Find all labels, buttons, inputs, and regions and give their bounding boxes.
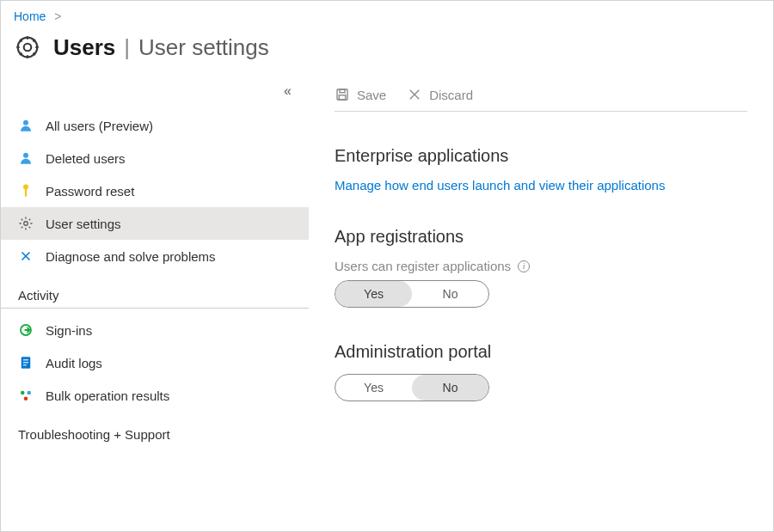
signin-icon (18, 322, 34, 338)
sidebar-item-label: Bulk operation results (46, 388, 169, 403)
section-app-registrations-title: App registrations (335, 227, 747, 247)
sidebar-item-label: Diagnose and solve problems (46, 249, 216, 264)
bulk-icon (18, 388, 34, 403)
sidebar-item-label: User settings (46, 217, 121, 231)
sidebar-item-diagnose[interactable]: Diagnose and solve problems (1, 240, 309, 272)
sidebar-section-troubleshooting: Troubleshooting + Support (1, 412, 309, 447)
toolbar: Save Discard (335, 80, 747, 112)
svg-point-3 (23, 153, 28, 158)
key-icon (18, 183, 34, 199)
svg-rect-9 (23, 359, 28, 360)
user-icon (18, 118, 34, 133)
enterprise-apps-link[interactable]: Manage how end users launch and view the… (335, 178, 665, 193)
app-reg-toggle-yes[interactable]: Yes (335, 281, 412, 307)
svg-point-2 (23, 120, 28, 125)
breadcrumb-separator: > (54, 9, 61, 23)
page-title: Users (53, 34, 115, 61)
close-icon (407, 87, 422, 102)
sidebar-item-user-settings[interactable]: User settings (1, 207, 309, 240)
app-reg-sublabel: Users can register applications i (335, 259, 747, 273)
gear-icon (18, 216, 34, 231)
admin-portal-toggle-no[interactable]: No (412, 375, 488, 401)
discard-label: Discard (429, 88, 473, 102)
app-reg-toggle[interactable]: Yes No (335, 280, 489, 308)
sidebar: « All users (Preview) Deleted users Pass… (1, 80, 309, 524)
svg-rect-16 (340, 89, 345, 93)
app-reg-sublabel-text: Users can register applications (335, 259, 511, 273)
info-icon[interactable]: i (518, 260, 530, 272)
admin-portal-toggle-yes[interactable]: Yes (335, 375, 412, 401)
page-heading: Users | User settings (1, 28, 773, 80)
breadcrumb: Home > (1, 1, 773, 28)
svg-rect-11 (23, 364, 27, 365)
gear-icon (14, 34, 41, 61)
save-icon (335, 87, 350, 102)
section-admin-portal-title: Administration portal (335, 342, 747, 362)
svg-point-13 (28, 391, 32, 395)
svg-rect-17 (339, 95, 346, 100)
sidebar-item-label: Password reset (46, 184, 134, 199)
title-separator: | (124, 34, 130, 61)
page-subtitle: User settings (138, 34, 269, 61)
discard-button[interactable]: Discard (407, 87, 473, 102)
log-icon (18, 355, 34, 370)
sidebar-item-all-users[interactable]: All users (Preview) (1, 109, 309, 142)
svg-point-1 (18, 38, 38, 58)
admin-portal-toggle[interactable]: Yes No (335, 374, 489, 401)
tools-icon (18, 248, 34, 264)
save-button[interactable]: Save (335, 87, 386, 102)
sidebar-item-label: Audit logs (46, 356, 102, 370)
svg-point-4 (23, 185, 28, 190)
svg-point-12 (21, 391, 25, 395)
svg-point-6 (24, 222, 28, 226)
sidebar-item-signins[interactable]: Sign-ins (1, 314, 309, 346)
svg-rect-10 (23, 362, 28, 363)
app-reg-toggle-no[interactable]: No (412, 281, 488, 307)
user-icon (18, 150, 34, 166)
sidebar-item-deleted-users[interactable]: Deleted users (1, 142, 309, 174)
save-label: Save (357, 88, 386, 102)
sidebar-item-label: Deleted users (46, 151, 126, 166)
breadcrumb-home[interactable]: Home (14, 9, 46, 23)
sidebar-item-label: All users (Preview) (46, 119, 153, 133)
sidebar-item-label: Sign-ins (46, 323, 92, 338)
section-enterprise-apps-title: Enterprise applications (335, 146, 747, 166)
sidebar-item-password-reset[interactable]: Password reset (1, 174, 309, 207)
collapse-sidebar-icon[interactable]: « (284, 83, 292, 99)
svg-point-0 (24, 44, 32, 52)
sidebar-item-audit-logs[interactable]: Audit logs (1, 346, 309, 379)
content-pane: Save Discard Enterprise applications Man… (309, 80, 773, 524)
sidebar-item-bulk-results[interactable]: Bulk operation results (1, 379, 309, 412)
svg-point-14 (24, 397, 28, 401)
svg-rect-5 (25, 189, 27, 197)
sidebar-section-activity: Activity (1, 272, 309, 309)
